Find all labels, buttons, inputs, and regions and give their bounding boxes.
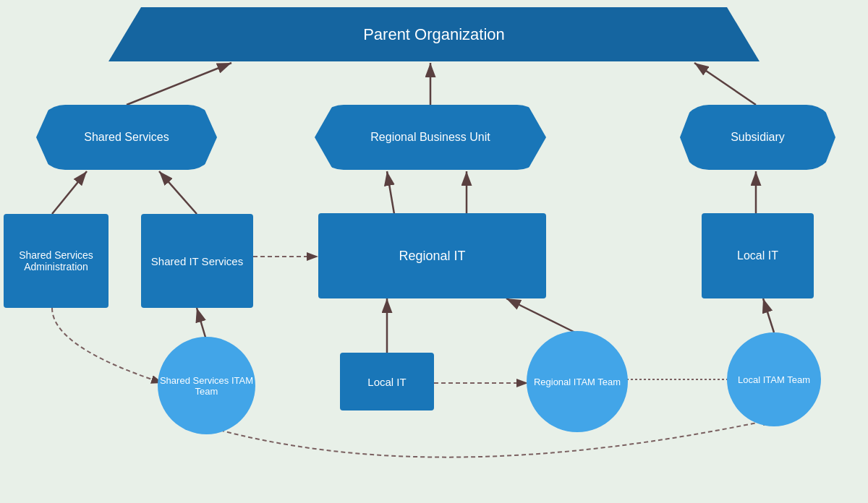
- shared-services-itam-node: Shared Services ITAM Team: [158, 337, 255, 434]
- svg-line-8: [387, 171, 394, 214]
- subsidiary-label: Subsidiary: [731, 131, 785, 144]
- parent-org-label: Parent Organization: [363, 25, 505, 44]
- svg-line-7: [159, 171, 197, 214]
- svg-line-17: [763, 298, 774, 332]
- svg-line-5: [694, 63, 756, 105]
- subsidiary-node: Subsidiary: [680, 105, 835, 170]
- shared-it-services-node: Shared IT Services: [141, 214, 253, 308]
- parent-org-node: Parent Organization: [109, 7, 760, 61]
- local-it-right-label: Local IT: [737, 249, 778, 262]
- local-itam-node: Local ITAM Team: [727, 332, 821, 426]
- shared-services-node: Shared Services: [36, 105, 217, 170]
- svg-line-12: [197, 308, 206, 340]
- svg-line-3: [127, 63, 231, 105]
- org-diagram: Parent Organization Shared Services Regi…: [0, 0, 868, 503]
- regional-business-label: Regional Business Unit: [370, 131, 490, 144]
- regional-itam-node: Regional ITAM Team: [527, 331, 628, 432]
- shared-services-admin-node: Shared Services Administration: [4, 214, 109, 308]
- shared-services-admin-label: Shared Services Administration: [4, 249, 109, 272]
- regional-it-node: Regional IT: [318, 213, 546, 298]
- local-it-center-label: Local IT: [367, 376, 406, 388]
- regional-itam-label: Regional ITAM Team: [534, 377, 621, 387]
- svg-line-14: [506, 298, 575, 332]
- regional-business-node: Regional Business Unit: [315, 105, 546, 170]
- shared-services-label: Shared Services: [84, 131, 169, 144]
- svg-line-6: [52, 171, 87, 214]
- local-it-right-node: Local IT: [702, 213, 814, 298]
- regional-it-label: Regional IT: [399, 249, 465, 264]
- shared-it-services-label: Shared IT Services: [151, 255, 243, 267]
- local-it-center-node: Local IT: [340, 353, 434, 410]
- local-itam-label: Local ITAM Team: [738, 374, 810, 385]
- shared-services-itam-label: Shared Services ITAM Team: [158, 375, 255, 397]
